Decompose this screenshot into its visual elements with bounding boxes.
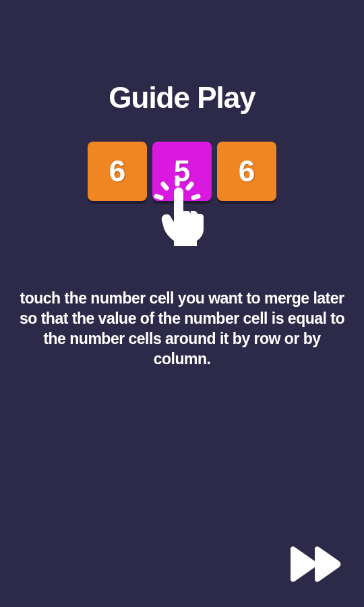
tile-value: 6 <box>239 154 255 188</box>
tile-left[interactable]: 6 <box>88 142 147 201</box>
tiles-row: 6 5 6 <box>0 142 364 201</box>
tap-hand-icon <box>152 179 212 256</box>
page-title: Guide Play <box>0 81 364 115</box>
tile-value: 6 <box>109 154 125 188</box>
instruction-text: touch the number cell you want to merge … <box>0 289 364 370</box>
next-button[interactable] <box>286 546 344 585</box>
tile-right[interactable]: 6 <box>217 142 276 201</box>
fast-forward-icon <box>286 546 344 583</box>
tile-center[interactable]: 5 <box>152 142 212 201</box>
